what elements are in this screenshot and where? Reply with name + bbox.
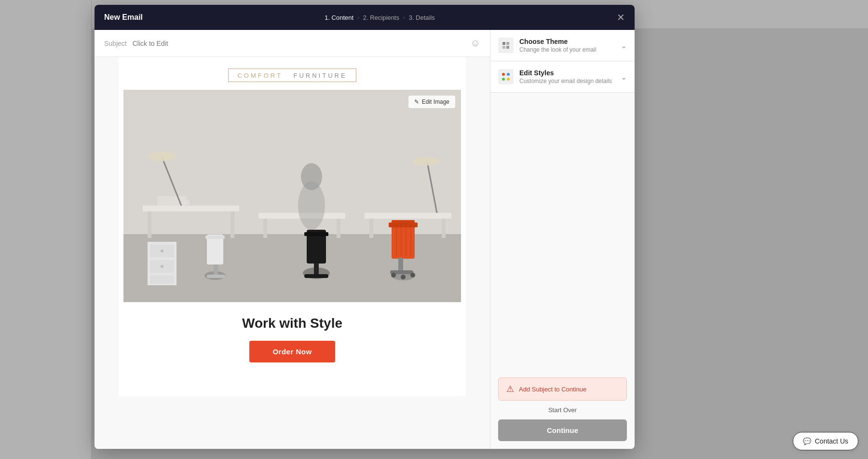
svg-rect-6 (157, 196, 186, 206)
choose-theme-title: Choose Theme (519, 38, 621, 45)
email-hero-image: ✎ Edit Image (123, 90, 461, 302)
step-sep-1: › (357, 14, 359, 20)
choose-theme-subtitle: Change the look of your email (519, 46, 621, 53)
svg-point-7 (182, 199, 190, 207)
edit-styles-section: Edit Styles Customize your email design … (490, 61, 635, 93)
email-cta-container: Order Now (119, 341, 466, 377)
svg-rect-13 (442, 219, 446, 238)
svg-rect-9 (263, 219, 267, 238)
modal-header: New Email 1. Content › 2. Recipients › 3… (95, 5, 635, 30)
svg-point-47 (161, 250, 163, 252)
svg-rect-49 (502, 42, 505, 45)
svg-rect-5 (231, 211, 234, 238)
svg-rect-12 (369, 219, 373, 238)
modal-step-3[interactable]: 3. Details (409, 14, 435, 21)
svg-point-36 (391, 273, 396, 278)
email-preview-pane: Subject ☺ COMFORT FURNITURE (95, 30, 490, 449)
right-panel: Choose Theme Change the look of your ema… (490, 30, 635, 449)
svg-point-37 (401, 275, 406, 279)
choose-theme-section: Choose Theme Change the look of your ema… (490, 30, 635, 61)
svg-rect-28 (389, 223, 418, 227)
office-scene-svg (123, 90, 461, 302)
svg-rect-4 (148, 211, 151, 238)
choose-theme-text: Choose Theme Change the look of your ema… (519, 38, 621, 53)
svg-point-15 (298, 181, 325, 230)
svg-rect-23 (205, 236, 225, 239)
modal-body: Subject ☺ COMFORT FURNITURE (95, 30, 635, 449)
svg-rect-11 (365, 213, 451, 219)
svg-rect-18 (304, 232, 328, 236)
subject-bar: Subject ☺ (95, 30, 490, 57)
edit-styles-subtitle: Customize your email design details (519, 78, 621, 84)
svg-point-55 (502, 78, 505, 81)
svg-point-38 (410, 273, 415, 278)
edit-image-button[interactable]: ✎ Edit Image (408, 96, 455, 108)
svg-point-48 (161, 265, 163, 268)
svg-point-54 (507, 73, 510, 76)
svg-rect-51 (502, 46, 505, 49)
email-logo-area: COMFORT FURNITURE (119, 57, 466, 90)
svg-rect-50 (506, 42, 509, 45)
svg-rect-22 (207, 235, 223, 264)
panel-spacer (490, 93, 635, 370)
subject-input[interactable] (133, 40, 471, 47)
emoji-picker-icon[interactable]: ☺ (471, 38, 480, 49)
start-over-link[interactable]: Start Over (498, 406, 627, 414)
choose-theme-header[interactable]: Choose Theme Change the look of your ema… (490, 30, 635, 61)
continue-button[interactable]: Continue (498, 419, 627, 441)
svg-rect-34 (398, 258, 403, 272)
svg-point-42 (413, 157, 440, 166)
svg-rect-25 (207, 275, 225, 278)
edit-styles-text: Edit Styles Customize your email design … (519, 69, 621, 84)
email-content-area: COMFORT FURNITURE (95, 57, 490, 449)
choose-theme-chevron: ⌄ (621, 41, 627, 50)
svg-rect-20 (304, 274, 328, 278)
alert-banner: ⚠ Add Subject to Continue (498, 377, 627, 401)
email-headline: Work with Style (119, 302, 466, 341)
styles-icon (498, 69, 514, 84)
svg-rect-29 (392, 220, 415, 223)
theme-icon (498, 38, 514, 53)
email-logo-text: COMFORT FURNITURE (237, 72, 347, 79)
contact-us-button[interactable]: 💬 Contact Us (793, 432, 858, 450)
edit-styles-title: Edit Styles (519, 69, 621, 77)
order-now-button[interactable]: Order Now (249, 341, 335, 362)
svg-point-53 (502, 73, 505, 76)
panel-bottom: ⚠ Add Subject to Continue Start Over Con… (490, 370, 635, 449)
edit-styles-header[interactable]: Edit Styles Customize your email design … (490, 61, 635, 92)
svg-rect-3 (143, 206, 239, 211)
alert-icon: ⚠ (506, 384, 514, 394)
svg-rect-46 (150, 275, 174, 284)
modal-steps: 1. Content › 2. Recipients › 3. Details (325, 14, 435, 21)
svg-point-40 (148, 152, 176, 161)
modal-step-2[interactable]: 2. Recipients (363, 14, 399, 21)
modal-close-button[interactable]: ✕ (617, 13, 625, 22)
alert-text: Add Subject to Continue (519, 386, 586, 393)
chat-icon: 💬 (803, 437, 811, 445)
email-inner: COMFORT FURNITURE (119, 57, 466, 396)
step-sep-2: › (403, 14, 405, 20)
edit-styles-chevron: ⌄ (621, 72, 627, 82)
svg-rect-52 (506, 46, 509, 49)
pencil-icon: ✎ (414, 98, 419, 105)
modal-step-1[interactable]: 1. Content (325, 14, 353, 21)
email-image-container: ✎ Edit Image (119, 90, 466, 302)
svg-rect-10 (337, 219, 340, 238)
subject-label: Subject (104, 40, 127, 47)
modal-title: New Email (104, 13, 143, 22)
email-logo-box: COMFORT FURNITURE (228, 69, 356, 82)
new-email-modal: New Email 1. Content › 2. Recipients › 3… (95, 5, 635, 449)
svg-point-56 (507, 78, 510, 81)
svg-rect-19 (314, 264, 319, 276)
